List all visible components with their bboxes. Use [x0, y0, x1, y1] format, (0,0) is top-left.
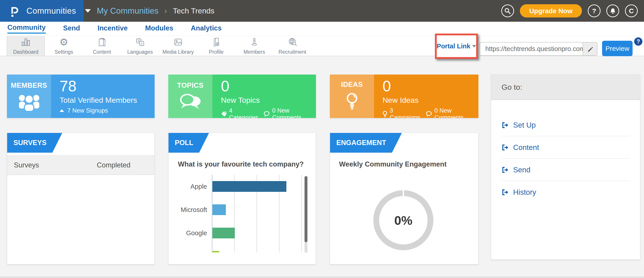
goto-link-content[interactable]: Content — [491, 136, 640, 159]
poll-chart-scrollbar[interactable] — [304, 176, 308, 253]
triangle-up-icon — [60, 109, 64, 112]
avatar-initial: C — [629, 7, 634, 15]
tab-send[interactable]: Send — [63, 24, 80, 33]
topics-card-left: TOPICS — [168, 74, 212, 118]
toolbar-item-label: Recruitment — [278, 49, 306, 55]
toolbar-item-label: Media Library — [162, 49, 194, 55]
portal-url-input[interactable] — [480, 42, 582, 55]
poll-category-label: Apple — [168, 182, 207, 191]
tab-incentive[interactable]: Incentive — [98, 24, 128, 33]
search-button[interactable] — [501, 4, 514, 17]
breadcrumb-current-community: Tech Trends — [173, 6, 214, 15]
ideas-tag: IDEAS — [341, 81, 363, 89]
chevron-down-icon — [85, 9, 91, 12]
translate-icon: A — [135, 37, 145, 47]
pencil-icon — [587, 46, 593, 52]
scrollbar-thumb[interactable] — [304, 176, 308, 242]
breadcrumb-my-communities[interactable]: My Communities — [97, 6, 159, 16]
poll-bar-microsoft — [212, 204, 226, 215]
tab-modules[interactable]: Modules — [145, 24, 174, 33]
ideas-campaigns-text: 3 Campaigns — [390, 107, 422, 118]
folder-person-icon — [211, 37, 222, 47]
toolbar-item-label: Profile — [209, 49, 224, 55]
goto-link-set-up[interactable]: Set Up — [491, 114, 640, 136]
topics-subtext: 4 Categories 0 New Comments — [221, 107, 316, 118]
members-subtext: 7 New Signups — [60, 107, 154, 114]
comment-icon — [426, 111, 432, 117]
members-card-left: MEMBERS — [7, 74, 51, 118]
topics-count: 0 — [221, 78, 316, 94]
members-tag: MEMBERS — [11, 81, 47, 89]
goto-link-label: Content — [513, 143, 539, 152]
toolbar-item-settings[interactable]: ⚙ Settings — [45, 36, 83, 56]
members-card-body: 78 Total Verified Members 7 New Signups — [51, 74, 154, 118]
toolbar-item-members[interactable]: Members — [235, 36, 274, 56]
topics-comments-text: 0 New Comments — [272, 107, 316, 118]
image-icon — [173, 37, 183, 47]
tab-analytics[interactable]: Analytics — [191, 24, 222, 33]
portal-url-group — [480, 42, 598, 56]
goto-panel-title: Go to: — [491, 74, 640, 100]
toolbar-item-label: Members — [244, 49, 265, 55]
surveys-panel: SURVEYS Surveys Completed — [7, 133, 154, 264]
ideas-campaigns: 3 Campaigns — [382, 107, 422, 118]
user-avatar[interactable]: C — [625, 4, 638, 17]
person-icon — [249, 37, 260, 47]
ideas-card-body: 0 New Ideas 3 Campaigns 0 New Comments — [374, 74, 478, 118]
poll-bar-chart — [212, 175, 306, 253]
bell-icon — [610, 7, 616, 14]
goto-link-label: Set Up — [513, 121, 536, 129]
upgrade-now-button[interactable]: Upgrade Now — [520, 4, 582, 17]
poll-ribbon: POLL — [168, 133, 209, 153]
help-button[interactable]: ? — [588, 4, 600, 17]
ideas-comments: 0 New Comments — [426, 107, 478, 118]
completed-column-header: Completed — [97, 161, 130, 169]
topics-card-body: 0 New Topics 4 Categories 0 New Comments — [212, 74, 316, 118]
goto-link-send[interactable]: Send — [491, 159, 640, 181]
portal-link-dropdown[interactable]: Portal Link — [437, 42, 470, 50]
tag-icon — [221, 111, 227, 117]
pages-icon — [97, 37, 107, 47]
product-switcher[interactable]: Communities — [0, 0, 84, 22]
members-stat-card: MEMBERS 78 Total Verified Members 7 New … — [7, 74, 154, 118]
toolbar-item-profile[interactable]: Profile — [197, 36, 235, 56]
toolbar-item-recruitment[interactable]: Recruitment — [274, 36, 312, 56]
preview-button[interactable]: Preview — [602, 41, 632, 56]
toolbar-item-label: Content — [93, 49, 111, 55]
sign-out-arrow-icon — [502, 144, 509, 151]
engagement-panel: ENGAGEMENT Weekly Community Engagement 0… — [330, 133, 478, 264]
toolbar-item-dashboard[interactable]: Dashboard — [7, 36, 45, 56]
toolbar-item-content[interactable]: Content — [83, 36, 121, 56]
surveys-column-header: Surveys — [7, 161, 97, 169]
product-name: Communities — [26, 6, 76, 16]
ideas-stat-card: IDEAS 0 New Ideas 3 Campaigns — [330, 74, 478, 118]
goto-link-history[interactable]: History — [491, 181, 640, 204]
toolbar-item-media-library[interactable]: Media Library — [159, 36, 197, 56]
bar-chart-icon — [20, 37, 31, 47]
tab-community[interactable]: Community — [8, 23, 46, 34]
sign-out-arrow-icon — [502, 189, 509, 196]
toolbar-item-languages[interactable]: A Languages — [121, 36, 159, 56]
comment-icon — [263, 111, 270, 117]
topics-categories-text: 4 Categories — [229, 107, 260, 118]
toolbar-item-label: Dashboard — [13, 49, 38, 55]
members-count: 78 — [60, 78, 154, 94]
breadcrumb: My Communities › Tech Trends — [97, 0, 214, 22]
notifications-button[interactable] — [606, 4, 619, 17]
goto-panel: Go to: Set Up Content Send History — [491, 74, 640, 260]
engagement-ribbon: ENGAGEMENT — [330, 133, 402, 153]
surveys-ribbon: SURVEYS — [7, 133, 62, 153]
bulb-small-icon — [382, 111, 388, 117]
ideas-label: New Ideas — [382, 96, 478, 104]
sign-out-arrow-icon — [502, 122, 509, 129]
edit-url-button[interactable] — [582, 42, 597, 55]
main-nav-tabs: Community Send Incentive Modules Analyti… — [0, 22, 644, 35]
gridline — [302, 175, 302, 253]
people-group-icon — [16, 92, 42, 111]
poll-bar-partial — [212, 251, 219, 253]
engagement-chart-title: Weekly Community Engagement — [339, 160, 446, 168]
ideas-count: 0 — [382, 78, 478, 94]
portal-help-icon[interactable]: ? — [634, 37, 642, 46]
surveys-table-header: Surveys Completed — [7, 155, 154, 175]
members-label: Total Verified Members — [60, 96, 154, 104]
